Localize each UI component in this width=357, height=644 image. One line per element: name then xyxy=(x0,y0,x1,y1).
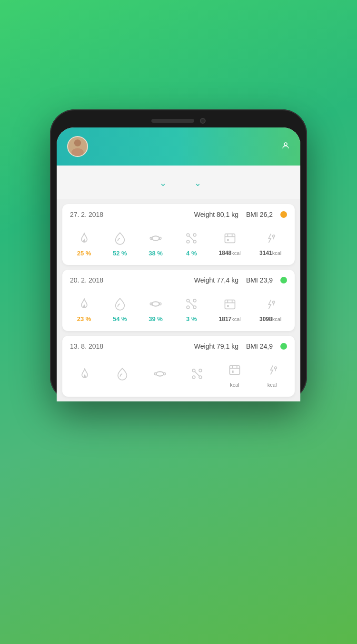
svg-point-30 xyxy=(199,369,202,372)
entry-block[interactable]: 13. 8. 2018 Weight 79,1 kg BMI 24,9 xyxy=(62,336,295,397)
bmr-icon xyxy=(221,296,238,313)
metric-item: kcal xyxy=(226,361,243,389)
metric-value: 3 % xyxy=(186,315,197,323)
metric-item: 1817kcal xyxy=(219,296,241,323)
svg-point-35 xyxy=(274,367,277,369)
metric-value: 25 % xyxy=(77,250,91,258)
bmi-dot xyxy=(280,211,287,218)
svg-line-6 xyxy=(189,236,194,240)
entry-header: 27. 2. 2018 Weight 80,1 kg BMI 26,2 xyxy=(62,204,295,225)
phone-device: ⌄ ⌄ 27. 2. 2018 Weight 80,1 kg BMI 26,2 … xyxy=(50,109,307,401)
svg-point-29 xyxy=(192,369,195,372)
bmi-dot xyxy=(280,343,287,350)
bmr-icon xyxy=(221,230,238,247)
entry-bmi: BMI 26,2 xyxy=(246,211,273,218)
entry-date: 27. 2. 2018 xyxy=(70,211,190,218)
user-info xyxy=(67,136,94,157)
svg-point-7 xyxy=(187,234,189,236)
svg-point-1 xyxy=(71,148,83,156)
entry-metrics: kcal kcal xyxy=(62,357,295,397)
metric-value: 3141kcal xyxy=(259,250,281,257)
metric-item: 52 % xyxy=(111,230,129,258)
flame-icon xyxy=(76,230,93,247)
svg-point-26 xyxy=(154,373,157,375)
year-selector[interactable]: ⌄ xyxy=(190,176,201,188)
entry-weight: Weight 77,4 kg xyxy=(194,276,238,284)
svg-rect-34 xyxy=(232,371,234,373)
svg-point-0 xyxy=(74,139,81,146)
tdee-icon xyxy=(264,361,281,379)
metric-value: 39 % xyxy=(149,315,163,323)
hero-text xyxy=(0,0,357,100)
svg-point-27 xyxy=(163,373,166,375)
phone-wrapper: ⌄ ⌄ 27. 2. 2018 Weight 80,1 kg BMI 26,2 … xyxy=(0,109,357,401)
phone-screen: ⌄ ⌄ 27. 2. 2018 Weight 80,1 kg BMI 26,2 … xyxy=(57,127,300,401)
entry-bmi: BMI 24,9 xyxy=(246,342,273,350)
entry-header: 13. 8. 2018 Weight 79,1 kg BMI 24,9 xyxy=(62,336,295,357)
metric-item xyxy=(151,365,169,385)
profile-settings-button[interactable] xyxy=(278,141,290,152)
svg-line-17 xyxy=(189,302,194,306)
metric-item: 38 % xyxy=(147,230,164,258)
entry-date: 13. 8. 2018 xyxy=(70,342,190,350)
metric-value: 23 % xyxy=(77,315,91,323)
tdee-icon xyxy=(262,230,279,247)
bone-icon xyxy=(183,295,200,312)
svg-rect-11 xyxy=(225,234,235,243)
metric-item: 1848kcal xyxy=(219,230,241,257)
profile-icon xyxy=(281,141,290,152)
bone-icon xyxy=(183,230,200,247)
phone-notch xyxy=(57,118,300,124)
bone-icon xyxy=(188,365,206,382)
metric-value: 1817kcal xyxy=(219,316,241,323)
avatar xyxy=(67,136,88,157)
water-icon xyxy=(111,295,129,312)
metric-value: 4 % xyxy=(186,250,197,258)
svg-line-28 xyxy=(195,372,199,376)
month-chevron: ⌄ xyxy=(159,178,167,188)
entry-weight: Weight 80,1 kg xyxy=(194,211,238,218)
entry-metrics: 25 % 52 % 38 % 4 % 1848kcal 3141kcal xyxy=(62,225,295,265)
metric-item: 3 % xyxy=(183,295,200,323)
svg-point-21 xyxy=(193,306,196,309)
entry-block[interactable]: 20. 2. 2018 Weight 77,4 kg BMI 23,9 23 %… xyxy=(62,270,295,331)
svg-rect-23 xyxy=(227,305,229,307)
svg-point-16 xyxy=(159,303,161,305)
metric-value: 38 % xyxy=(149,250,163,258)
month-selector[interactable]: ⌄ xyxy=(156,176,167,188)
muscle-icon xyxy=(151,365,169,382)
metric-value: 52 % xyxy=(113,250,127,258)
metric-item: 54 % xyxy=(111,295,129,323)
svg-point-24 xyxy=(273,301,275,303)
metric-item xyxy=(76,365,93,385)
phone-speaker xyxy=(151,119,194,123)
water-icon xyxy=(111,230,129,247)
svg-point-31 xyxy=(192,376,195,379)
entry-date: 20. 2. 2018 xyxy=(70,276,190,284)
metric-item: 4 % xyxy=(183,230,200,258)
svg-point-19 xyxy=(193,300,196,302)
flame-icon xyxy=(76,295,93,312)
bmi-dot xyxy=(280,277,287,283)
entry-header: 20. 2. 2018 Weight 77,4 kg BMI 23,9 xyxy=(62,270,295,291)
svg-point-5 xyxy=(159,237,161,239)
flame-icon xyxy=(76,365,93,382)
svg-point-8 xyxy=(193,234,196,236)
phone-camera xyxy=(200,118,206,124)
app-header xyxy=(57,127,300,166)
date-selector: ⌄ ⌄ xyxy=(57,166,300,199)
svg-rect-12 xyxy=(227,239,229,241)
svg-point-32 xyxy=(199,376,202,379)
metric-value: 54 % xyxy=(113,315,127,323)
entry-weight: Weight 79,1 kg xyxy=(194,342,238,350)
svg-point-20 xyxy=(187,306,189,309)
metric-value: 3098kcal xyxy=(259,316,281,323)
entry-block[interactable]: 27. 2. 2018 Weight 80,1 kg BMI 26,2 25 %… xyxy=(62,204,295,265)
metric-value: 1848kcal xyxy=(219,250,241,257)
svg-point-10 xyxy=(193,240,196,243)
metric-item: kcal xyxy=(264,361,281,389)
entry-bmi: BMI 23,9 xyxy=(246,276,273,284)
svg-point-4 xyxy=(150,237,152,239)
svg-point-9 xyxy=(187,240,189,243)
tdee-icon xyxy=(262,296,279,313)
